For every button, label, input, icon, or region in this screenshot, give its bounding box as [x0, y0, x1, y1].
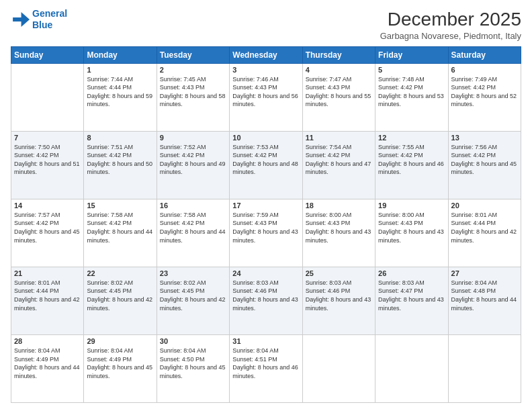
day-info: Sunrise: 7:48 AMSunset: 4:42 PMDaylight:…: [378, 75, 445, 109]
calendar-cell: 4 Sunrise: 7:47 AMSunset: 4:43 PMDayligh…: [302, 63, 375, 131]
day-info: Sunrise: 8:04 AMSunset: 4:49 PMDaylight:…: [87, 347, 153, 380]
day-number: 17: [232, 201, 299, 210]
calendar-cell: 30 Sunrise: 8:04 AMSunset: 4:50 PMDaylig…: [157, 334, 229, 402]
calendar-cell: [302, 334, 375, 402]
col-friday: Friday: [375, 46, 448, 63]
day-info: Sunrise: 8:03 AMSunset: 4:46 PMDaylight:…: [306, 279, 372, 312]
day-number: 26: [378, 269, 445, 277]
day-info: Sunrise: 8:01 AMSunset: 4:44 PMDaylight:…: [14, 279, 81, 312]
day-number: 11: [306, 134, 372, 142]
col-wednesday: Wednesday: [230, 46, 302, 63]
calendar-cell: 5 Sunrise: 7:48 AMSunset: 4:42 PMDayligh…: [375, 63, 448, 131]
day-number: 19: [378, 201, 445, 210]
calendar-cell: 23 Sunrise: 8:02 AMSunset: 4:45 PMDaylig…: [157, 267, 229, 334]
calendar-cell: 19 Sunrise: 8:00 AMSunset: 4:43 PMDaylig…: [375, 199, 448, 267]
day-number: 9: [160, 134, 226, 142]
day-number: 27: [451, 269, 518, 277]
calendar-cell: 11 Sunrise: 7:54 AMSunset: 4:42 PMDaylig…: [302, 131, 375, 199]
day-number: 8: [87, 134, 153, 142]
calendar-body: 1 Sunrise: 7:44 AMSunset: 4:44 PMDayligh…: [11, 63, 521, 402]
day-number: 28: [14, 337, 81, 345]
calendar-cell: 15 Sunrise: 7:58 AMSunset: 4:42 PMDaylig…: [84, 199, 157, 267]
day-number: 15: [87, 201, 153, 210]
header-row: Sunday Monday Tuesday Wednesday Thursday…: [11, 46, 521, 63]
calendar-header: Sunday Monday Tuesday Wednesday Thursday…: [11, 46, 521, 63]
day-info: Sunrise: 7:58 AMSunset: 4:42 PMDaylight:…: [87, 211, 153, 244]
day-number: 29: [87, 337, 153, 345]
day-info: Sunrise: 7:54 AMSunset: 4:42 PMDaylight:…: [306, 143, 372, 177]
title-block: December 2025 Garbagna Novarese, Piedmon…: [380, 8, 521, 41]
calendar-cell: [375, 334, 448, 402]
calendar-cell: 10 Sunrise: 7:53 AMSunset: 4:42 PMDaylig…: [230, 131, 302, 199]
calendar-cell: [11, 63, 84, 131]
calendar-week-5: 28 Sunrise: 8:04 AMSunset: 4:49 PMDaylig…: [11, 334, 521, 402]
calendar-cell: 20 Sunrise: 8:01 AMSunset: 4:44 PMDaylig…: [448, 199, 521, 267]
col-thursday: Thursday: [302, 46, 375, 63]
calendar-cell: 2 Sunrise: 7:45 AMSunset: 4:43 PMDayligh…: [157, 63, 229, 131]
day-info: Sunrise: 8:04 AMSunset: 4:50 PMDaylight:…: [160, 347, 226, 380]
calendar-cell: 17 Sunrise: 7:59 AMSunset: 4:43 PMDaylig…: [230, 199, 302, 267]
day-info: Sunrise: 7:56 AMSunset: 4:42 PMDaylight:…: [451, 143, 518, 177]
day-info: Sunrise: 8:00 AMSunset: 4:43 PMDaylight:…: [306, 211, 372, 244]
day-info: Sunrise: 8:04 AMSunset: 4:49 PMDaylight:…: [14, 347, 81, 380]
calendar-cell: 31 Sunrise: 8:04 AMSunset: 4:51 PMDaylig…: [230, 334, 302, 402]
page: General Blue December 2025 Garbagna Nova…: [0, 0, 532, 411]
day-number: 13: [451, 134, 518, 142]
logo-general: General: [32, 8, 67, 19]
day-number: 14: [14, 201, 81, 210]
calendar-cell: 29 Sunrise: 8:04 AMSunset: 4:49 PMDaylig…: [84, 334, 157, 402]
calendar-week-1: 1 Sunrise: 7:44 AMSunset: 4:44 PMDayligh…: [11, 63, 521, 131]
calendar-cell: [448, 334, 521, 402]
day-info: Sunrise: 7:45 AMSunset: 4:43 PMDaylight:…: [160, 75, 226, 109]
day-number: 12: [378, 134, 445, 142]
day-info: Sunrise: 7:46 AMSunset: 4:43 PMDaylight:…: [232, 75, 299, 109]
calendar-cell: 6 Sunrise: 7:49 AMSunset: 4:42 PMDayligh…: [448, 63, 521, 131]
day-info: Sunrise: 8:02 AMSunset: 4:45 PMDaylight:…: [87, 279, 153, 312]
day-info: Sunrise: 7:47 AMSunset: 4:43 PMDaylight:…: [306, 75, 372, 109]
calendar-week-2: 7 Sunrise: 7:50 AMSunset: 4:42 PMDayligh…: [11, 131, 521, 199]
calendar-cell: 1 Sunrise: 7:44 AMSunset: 4:44 PMDayligh…: [84, 63, 157, 131]
day-number: 24: [232, 269, 299, 277]
day-number: 22: [87, 269, 153, 277]
day-info: Sunrise: 8:04 AMSunset: 4:48 PMDaylight:…: [451, 279, 518, 312]
calendar-week-3: 14 Sunrise: 7:57 AMSunset: 4:42 PMDaylig…: [11, 199, 521, 267]
day-info: Sunrise: 7:57 AMSunset: 4:42 PMDaylight:…: [14, 211, 81, 244]
calendar-cell: 8 Sunrise: 7:51 AMSunset: 4:42 PMDayligh…: [84, 131, 157, 199]
header: General Blue December 2025 Garbagna Nova…: [11, 8, 521, 41]
day-number: 1: [87, 66, 153, 74]
day-number: 5: [378, 66, 445, 74]
day-info: Sunrise: 7:44 AMSunset: 4:44 PMDaylight:…: [87, 75, 153, 109]
calendar-cell: 3 Sunrise: 7:46 AMSunset: 4:43 PMDayligh…: [230, 63, 302, 131]
day-number: 3: [232, 66, 299, 74]
logo: General Blue: [11, 8, 67, 31]
day-number: 4: [306, 66, 372, 74]
day-number: 25: [306, 269, 372, 277]
logo-blue: Blue: [32, 19, 52, 30]
logo-icon: [11, 10, 30, 29]
calendar-cell: 9 Sunrise: 7:52 AMSunset: 4:42 PMDayligh…: [157, 131, 229, 199]
day-info: Sunrise: 8:00 AMSunset: 4:43 PMDaylight:…: [378, 211, 445, 244]
day-info: Sunrise: 8:01 AMSunset: 4:44 PMDaylight:…: [451, 211, 518, 244]
calendar-cell: 21 Sunrise: 8:01 AMSunset: 4:44 PMDaylig…: [11, 267, 84, 334]
calendar-cell: 25 Sunrise: 8:03 AMSunset: 4:46 PMDaylig…: [302, 267, 375, 334]
day-info: Sunrise: 7:53 AMSunset: 4:42 PMDaylight:…: [232, 143, 299, 177]
calendar-cell: 28 Sunrise: 8:04 AMSunset: 4:49 PMDaylig…: [11, 334, 84, 402]
calendar-week-4: 21 Sunrise: 8:01 AMSunset: 4:44 PMDaylig…: [11, 267, 521, 334]
calendar-table: Sunday Monday Tuesday Wednesday Thursday…: [11, 46, 521, 403]
calendar-cell: 13 Sunrise: 7:56 AMSunset: 4:42 PMDaylig…: [448, 131, 521, 199]
day-info: Sunrise: 7:50 AMSunset: 4:42 PMDaylight:…: [14, 143, 81, 177]
day-number: 30: [160, 337, 226, 345]
logo-text: General Blue: [32, 8, 67, 31]
calendar-cell: 12 Sunrise: 7:55 AMSunset: 4:42 PMDaylig…: [375, 131, 448, 199]
day-info: Sunrise: 7:59 AMSunset: 4:43 PMDaylight:…: [232, 211, 299, 244]
day-info: Sunrise: 8:04 AMSunset: 4:51 PMDaylight:…: [232, 347, 299, 380]
col-monday: Monday: [84, 46, 157, 63]
subtitle: Garbagna Novarese, Piedmont, Italy: [380, 31, 521, 41]
day-info: Sunrise: 8:03 AMSunset: 4:47 PMDaylight:…: [378, 279, 445, 312]
col-tuesday: Tuesday: [157, 46, 229, 63]
calendar-cell: 16 Sunrise: 7:58 AMSunset: 4:42 PMDaylig…: [157, 199, 229, 267]
day-info: Sunrise: 7:49 AMSunset: 4:42 PMDaylight:…: [451, 75, 518, 109]
calendar-cell: 7 Sunrise: 7:50 AMSunset: 4:42 PMDayligh…: [11, 131, 84, 199]
calendar-cell: 26 Sunrise: 8:03 AMSunset: 4:47 PMDaylig…: [375, 267, 448, 334]
day-number: 21: [14, 269, 81, 277]
